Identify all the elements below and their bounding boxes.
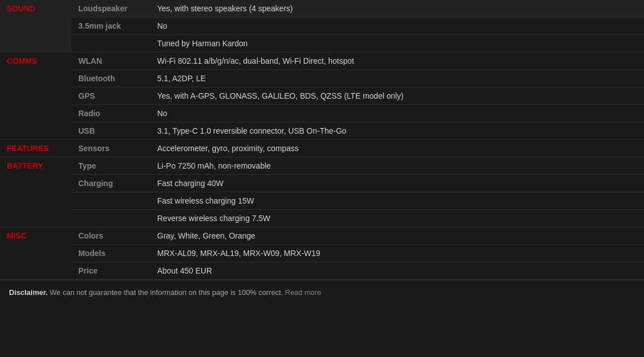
table-row: ModelsMRX-AL09, MRX-AL19, MRX-W09, MRX-W… [0, 245, 644, 262]
spec-label [72, 35, 150, 52]
spec-value: Yes, with stereo speakers (4 speakers) [150, 0, 644, 17]
table-row: COMMSWLANWi-Fi 802.11 a/b/g/n/ac, dual-b… [0, 52, 644, 70]
category-cell: COMMS [0, 52, 72, 140]
spec-value: Tuned by Harman Kardon [150, 35, 644, 52]
spec-value: Fast charging 40W [150, 175, 644, 192]
disclaimer-text: We can not guarantee that the informatio… [50, 288, 283, 297]
table-row: Fast wireless charging 15W [0, 192, 644, 210]
spec-label: Charging [72, 175, 150, 192]
category-cell: MISC [0, 227, 72, 280]
specs-table: SOUNDLoudspeakerYes, with stereo speaker… [0, 0, 644, 280]
spec-label: GPS [72, 87, 150, 105]
spec-label: Colors [72, 227, 150, 245]
spec-value: Accelerometer, gyro, proximity, compass [150, 140, 644, 157]
spec-label: Models [72, 245, 150, 262]
spec-value: Reverse wireless charging 7.5W [150, 210, 644, 227]
spec-label [72, 210, 150, 227]
disclaimer: Disclaimer. We can not guarantee that th… [0, 280, 644, 305]
table-row: PriceAbout 450 EUR [0, 262, 644, 280]
spec-value: Fast wireless charging 15W [150, 192, 644, 210]
table-row: RadioNo [0, 105, 644, 122]
spec-value: 3.1, Type-C 1.0 reversible connector, US… [150, 122, 644, 140]
spec-value: Li-Po 7250 mAh, non-removable [150, 157, 644, 175]
spec-label: Loudspeaker [72, 0, 150, 17]
spec-label: USB [72, 122, 150, 140]
table-row: SOUNDLoudspeakerYes, with stereo speaker… [0, 0, 644, 17]
spec-value: About 450 EUR [150, 262, 644, 280]
spec-label: 3.5mm jack [72, 17, 150, 35]
category-cell: BATTERY [0, 157, 72, 227]
spec-label [72, 192, 150, 210]
spec-value: Wi-Fi 802.11 a/b/g/n/ac, dual-band, Wi-F… [150, 52, 644, 70]
spec-label: Radio [72, 105, 150, 122]
table-row: Bluetooth5.1, A2DP, LE [0, 70, 644, 87]
spec-value: No [150, 17, 644, 35]
spec-label: Type [72, 157, 150, 175]
table-row: GPSYes, with A-GPS, GLONASS, GALILEO, BD… [0, 87, 644, 105]
disclaimer-prefix: Disclaimer. [9, 288, 48, 297]
table-row: Reverse wireless charging 7.5W [0, 210, 644, 227]
table-row: BATTERYTypeLi-Po 7250 mAh, non-removable [0, 157, 644, 175]
spec-value: Yes, with A-GPS, GLONASS, GALILEO, BDS, … [150, 87, 644, 105]
spec-value: No [150, 105, 644, 122]
table-row: ChargingFast charging 40W [0, 175, 644, 192]
table-row: 3.5mm jackNo [0, 17, 644, 35]
spec-label: WLAN [72, 52, 150, 70]
spec-label: Price [72, 262, 150, 280]
spec-label: Sensors [72, 140, 150, 157]
table-row: USB3.1, Type-C 1.0 reversible connector,… [0, 122, 644, 140]
spec-value: 5.1, A2DP, LE [150, 70, 644, 87]
category-cell: FEATURES [0, 140, 72, 157]
read-more-link[interactable]: Read more [285, 288, 321, 297]
table-row: MISCColorsGray, White, Green, Orange [0, 227, 644, 245]
category-cell: SOUND [0, 0, 72, 52]
spec-label: Bluetooth [72, 70, 150, 87]
spec-value: MRX-AL09, MRX-AL19, MRX-W09, MRX-W19 [150, 245, 644, 262]
table-row: FEATURESSensorsAccelerometer, gyro, prox… [0, 140, 644, 157]
table-row: Tuned by Harman Kardon [0, 35, 644, 52]
spec-value: Gray, White, Green, Orange [150, 227, 644, 245]
